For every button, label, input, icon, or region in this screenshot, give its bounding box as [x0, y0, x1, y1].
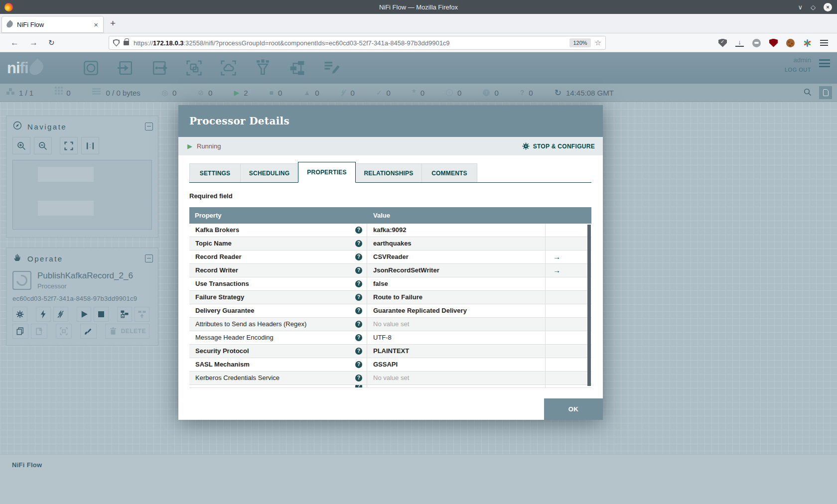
- browser-tab[interactable]: NiFi Flow ×: [1, 16, 104, 33]
- property-name: Record Reader: [195, 251, 355, 263]
- menu-icon[interactable]: [820, 40, 828, 46]
- ok-button[interactable]: OK: [544, 398, 603, 420]
- processor-icon[interactable]: [81, 58, 101, 78]
- help-icon[interactable]: ?: [355, 334, 362, 341]
- pinwheel-extension-icon[interactable]: [803, 39, 812, 47]
- new-tab-button[interactable]: +: [110, 18, 116, 29]
- protections-shield-icon[interactable]: [718, 39, 727, 47]
- output-port-icon[interactable]: [149, 58, 169, 78]
- property-name: Delivery Guarantee: [195, 304, 355, 317]
- property-value: No value set: [373, 374, 409, 381]
- tab-close-icon[interactable]: ×: [94, 20, 98, 29]
- zoom-out-button[interactable]: [34, 137, 52, 154]
- cookie-extension-icon[interactable]: [786, 39, 795, 47]
- collapse-icon[interactable]: [145, 123, 153, 130]
- reload-icon[interactable]: ↻: [48, 38, 55, 47]
- go-to-service-icon[interactable]: →: [553, 266, 560, 274]
- properties-table-body: Kafka Brokers ? kafka:9092 Topic Name ? …: [189, 224, 591, 388]
- url-text[interactable]: https://172.18.0.3:32558/nifi/?processGr…: [134, 39, 565, 47]
- start-button[interactable]: [77, 307, 92, 322]
- property-cell: Use Transactions ?: [189, 277, 367, 290]
- logout-link[interactable]: LOG OUT: [785, 67, 811, 73]
- enable-button[interactable]: [36, 307, 51, 322]
- lock-icon[interactable]: [124, 41, 129, 45]
- cluster-icon: [9, 88, 12, 91]
- search-icon[interactable]: [803, 88, 812, 98]
- help-icon[interactable]: ?: [355, 321, 362, 328]
- refresh-icon[interactable]: ↻: [555, 88, 561, 98]
- property-name: Record Writer: [195, 264, 355, 277]
- property-cell: ?: [189, 385, 367, 388]
- scrollbar-thumb[interactable]: [587, 225, 591, 386]
- minimize-icon[interactable]: ∨: [798, 4, 803, 10]
- disable-button[interactable]: [53, 307, 68, 322]
- tab-scheduling[interactable]: SCHEDULING: [240, 163, 298, 182]
- stop-button[interactable]: [94, 307, 109, 322]
- process-group-icon[interactable]: [184, 58, 204, 78]
- dialog-body: SETTINGS SCHEDULING PROPERTIES RELATIONS…: [178, 155, 603, 420]
- tab-settings[interactable]: SETTINGS: [189, 163, 241, 182]
- tab-title: NiFi Flow: [17, 21, 94, 28]
- nifi-header: nifi: [0, 52, 837, 84]
- breadcrumb[interactable]: NiFi Flow: [12, 461, 42, 469]
- remote-process-group-icon[interactable]: [218, 58, 238, 78]
- help-icon[interactable]: ?: [355, 307, 362, 314]
- tab-relationships[interactable]: RELATIONSHIPS: [355, 163, 422, 182]
- delete-button[interactable]: DELETE: [105, 324, 150, 339]
- template-icon[interactable]: [287, 58, 307, 78]
- property-value: JsonRecordSetWriter: [373, 266, 439, 274]
- tab-comments[interactable]: COMMENTS: [421, 163, 477, 182]
- go-to-service-icon[interactable]: →: [553, 252, 560, 261]
- zoom-in-button[interactable]: [12, 137, 30, 154]
- help-icon[interactable]: ?: [355, 375, 362, 381]
- logo-text: ni: [7, 59, 20, 77]
- label-icon[interactable]: [321, 58, 341, 78]
- maximize-icon[interactable]: ◇: [811, 4, 816, 10]
- configure-button[interactable]: [12, 307, 27, 322]
- stopped-icon: ■: [270, 89, 274, 96]
- save-template-button[interactable]: [117, 307, 132, 322]
- help-icon[interactable]: ?: [355, 348, 362, 355]
- url-bar[interactable]: https://172.18.0.3:32558/nifi/?processGr…: [109, 36, 606, 50]
- property-cell: Delivery Guarantee ?: [189, 304, 367, 317]
- collapse-icon[interactable]: [145, 254, 153, 262]
- property-value: UTF-8: [373, 334, 392, 341]
- forward-icon[interactable]: →: [29, 38, 38, 48]
- stop-and-configure-button[interactable]: STOP & CONFIGURE: [522, 142, 595, 150]
- group-button[interactable]: [56, 324, 72, 339]
- input-port-icon[interactable]: [115, 58, 135, 78]
- zoom-level-badge[interactable]: 120%: [569, 38, 590, 47]
- property-value: false: [373, 280, 388, 287]
- help-icon[interactable]: ?: [355, 280, 362, 287]
- link-cell: [546, 277, 591, 290]
- funnel-icon[interactable]: [253, 58, 273, 78]
- copy-button[interactable]: [12, 324, 28, 339]
- paste-button[interactable]: [31, 324, 47, 339]
- property-name: Attributes to Send as Headers (Regex): [195, 318, 355, 331]
- help-icon[interactable]: ?: [355, 267, 362, 274]
- help-icon[interactable]: ?: [355, 294, 362, 301]
- property-value: GSSAPI: [373, 361, 398, 368]
- help-icon[interactable]: ?: [355, 361, 362, 368]
- zoom-fit-button[interactable]: [60, 137, 78, 154]
- birdseye-minimap[interactable]: [12, 160, 152, 230]
- help-icon[interactable]: ?: [355, 253, 362, 260]
- window-titlebar: NiFi Flow — Mozilla Firefox ∨ ◇ ×: [0, 0, 837, 14]
- downloads-icon[interactable]: ↓: [735, 39, 744, 47]
- close-icon[interactable]: ×: [824, 3, 832, 11]
- global-menu-icon[interactable]: [819, 59, 830, 67]
- change-color-button[interactable]: [80, 324, 96, 339]
- status-history-button[interactable]: [819, 86, 832, 99]
- back-icon[interactable]: ←: [10, 38, 19, 48]
- mask-extension-icon[interactable]: [752, 39, 761, 47]
- zoom-actual-size-button[interactable]: [81, 137, 99, 154]
- help-icon[interactable]: ?: [355, 385, 362, 388]
- ublock-extension-icon[interactable]: [769, 39, 778, 47]
- upload-template-button[interactable]: [135, 307, 149, 322]
- help-icon[interactable]: ?: [355, 227, 362, 234]
- link-cell: [546, 372, 591, 384]
- bookmark-star-icon[interactable]: ☆: [595, 38, 601, 47]
- help-icon[interactable]: ?: [355, 240, 362, 247]
- tracking-protection-icon[interactable]: [113, 39, 120, 47]
- tab-properties[interactable]: PROPERTIES: [298, 162, 356, 183]
